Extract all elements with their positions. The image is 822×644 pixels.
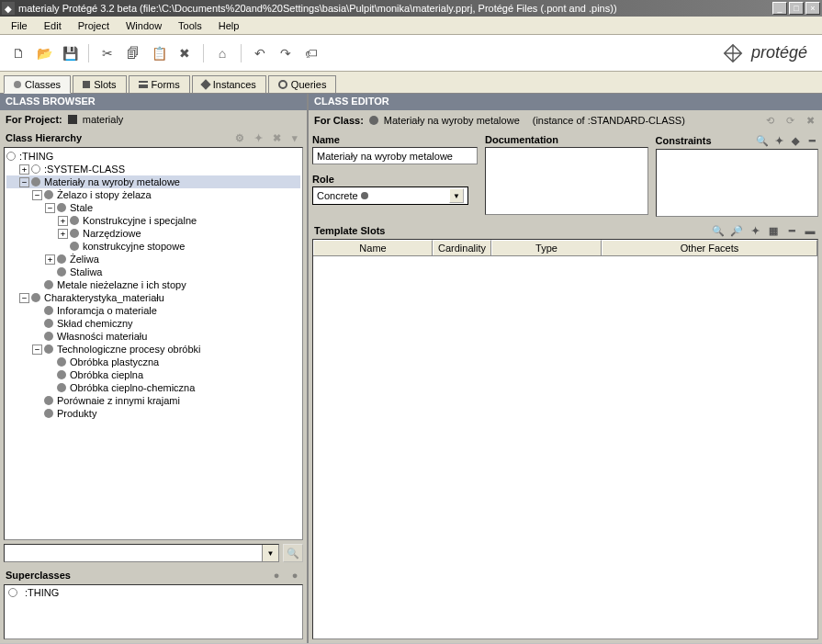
create-slot-icon[interactable]: ✦ [749, 224, 761, 237]
undo-icon[interactable]: ↶ [249, 42, 271, 64]
tree-node[interactable]: Skład chemiczny [6, 317, 300, 330]
delete-class-icon[interactable]: ✖ [270, 131, 283, 144]
tree-node[interactable]: Inforamcja o materiale [6, 304, 300, 317]
tree-node-thing[interactable]: :THING [6, 150, 300, 163]
paste-icon[interactable]: 📋 [148, 42, 170, 64]
menu-help[interactable]: Help [211, 18, 247, 33]
menu-tools[interactable]: Tools [171, 18, 209, 33]
col-cardinality[interactable]: Cardinality [433, 240, 491, 255]
menu-file[interactable]: File [4, 18, 35, 33]
view-icon[interactable]: ⚙ [233, 131, 246, 144]
tab-queries[interactable]: Queries [268, 75, 337, 93]
close-button[interactable]: × [805, 2, 820, 15]
instance-icon [200, 79, 210, 89]
tree-node[interactable]: Produkty [6, 407, 300, 420]
search-combo[interactable]: ▼ [4, 544, 279, 562]
tree-node[interactable]: Obróbka plastyczna [6, 356, 300, 368]
collapse-icon[interactable]: − [45, 203, 55, 213]
class-tree[interactable]: :THING +:SYSTEM-CLASS −Materiały na wyro… [4, 147, 303, 540]
tree-label: Konstrukcyjne i specjalne [83, 215, 197, 226]
open-icon[interactable]: 📂 [33, 42, 55, 64]
remove-slot-icon[interactable]: ━ [785, 224, 798, 237]
tree-node[interactable]: −Technologiczne procesy obróbki [6, 343, 300, 356]
dropdown-icon[interactable]: ▼ [262, 545, 278, 561]
dropdown-icon[interactable]: ▾ [288, 131, 301, 144]
tab-classes[interactable]: Classes [4, 75, 71, 94]
copy-icon[interactable]: 🗐 [122, 42, 144, 64]
collapse-icon[interactable]: − [19, 177, 29, 187]
superclass-item[interactable]: :THING [8, 587, 298, 598]
tree-node[interactable]: Obróbka cieplna [6, 368, 300, 381]
create-constraint-icon[interactable]: ✦ [772, 134, 785, 147]
menu-window[interactable]: Window [118, 18, 169, 33]
col-name[interactable]: Name [313, 240, 433, 255]
view-constraint-icon[interactable]: 🔍 [756, 134, 769, 147]
tab-instances[interactable]: Instances [192, 75, 266, 93]
tree-node[interactable]: konstrukcyjne stopowe [6, 240, 300, 253]
tree-node[interactable]: Staliwa [6, 266, 300, 278]
minimize-button[interactable]: _ [772, 2, 787, 15]
tree-label: konstrukcyjne stopowe [83, 241, 185, 252]
add-slot-icon[interactable]: ▦ [767, 224, 780, 237]
tree-node-system-class[interactable]: +:SYSTEM-CLASS [6, 163, 300, 175]
expand-icon[interactable]: + [58, 216, 68, 226]
collapse-icon[interactable]: − [19, 293, 29, 303]
search-input[interactable] [5, 545, 262, 561]
menu-edit[interactable]: Edit [37, 18, 69, 33]
maximize-button[interactable]: □ [789, 2, 804, 15]
tree-node[interactable]: Porównaie z innymi krajami [6, 394, 300, 407]
tree-node-materialy[interactable]: −Materiały na wyroby metalowe [6, 175, 300, 188]
class-icon [6, 152, 16, 161]
remove-super-icon[interactable]: ● [288, 569, 301, 582]
concrete-icon [361, 192, 368, 199]
expand-icon[interactable]: + [45, 254, 55, 265]
superclasses-list[interactable]: :THING [4, 584, 303, 639]
tree-node[interactable]: Metale nieżelazne i ich stopy [6, 278, 300, 291]
col-type[interactable]: Type [491, 240, 602, 255]
delete-slot-icon[interactable]: ▬ [804, 224, 816, 237]
cut-icon[interactable]: ✂ [96, 42, 118, 64]
tag-icon[interactable]: 🏷 [300, 42, 322, 64]
add-super-icon[interactable]: ● [270, 569, 283, 582]
class-icon [44, 319, 53, 328]
dropdown-icon[interactable]: ▼ [449, 188, 464, 203]
delete-icon[interactable]: ✖ [174, 42, 196, 64]
forward-icon[interactable]: ⟳ [783, 114, 796, 127]
save-icon[interactable]: 💾 [59, 42, 81, 64]
documentation-input[interactable] [485, 147, 648, 215]
tree-node[interactable]: +Narzędziowe [6, 227, 300, 240]
back-icon[interactable]: ⟲ [763, 114, 776, 127]
class-icon [57, 383, 66, 392]
tree-node[interactable]: +Żeliwa [6, 253, 300, 266]
tree-node[interactable]: +Konstrukcyjne i specjalne [6, 214, 300, 227]
tree-node[interactable]: Obróbka cieplno-chemiczna [6, 381, 300, 394]
tree-node[interactable]: −Stale [6, 201, 300, 214]
add-constraint-icon[interactable]: ◆ [789, 134, 802, 147]
name-input[interactable] [312, 147, 478, 164]
close-editor-icon[interactable]: ✖ [804, 114, 816, 127]
role-select[interactable]: Concrete ▼ [312, 186, 468, 205]
tree-node[interactable]: −Charakterystyka_materiału [6, 291, 300, 304]
remove-constraint-icon[interactable]: ━ [805, 134, 818, 147]
expand-icon[interactable]: + [19, 164, 29, 175]
collapse-icon[interactable]: − [32, 345, 42, 355]
collapse-icon[interactable]: − [32, 190, 42, 200]
expand-icon[interactable]: + [58, 229, 68, 239]
tree-node[interactable]: Własności materiału [6, 330, 300, 343]
superclasses-label: Superclasses [6, 570, 71, 581]
view-slot-icon[interactable]: 🔍 [712, 224, 725, 237]
tab-slots[interactable]: Slots [73, 75, 126, 93]
tab-forms[interactable]: Forms [129, 75, 190, 93]
constraints-input[interactable] [656, 149, 819, 217]
archive-icon[interactable]: ⌂ [211, 42, 233, 64]
search-button[interactable]: 🔍 [283, 544, 303, 562]
template-slots-table[interactable]: Name Cardinality Type Other Facets [312, 239, 818, 639]
menu-project[interactable]: Project [71, 18, 117, 33]
create-icon[interactable]: ✦ [252, 131, 265, 144]
col-other-facets[interactable]: Other Facets [602, 240, 817, 255]
override-slot-icon[interactable]: 🔎 [730, 224, 743, 237]
tree-node[interactable]: −Żelazo i stopy żelaza [6, 188, 300, 201]
redo-icon[interactable]: ↷ [275, 42, 297, 64]
tree-label: Charakterystyka_materiału [44, 292, 164, 303]
new-icon[interactable]: 🗋 [7, 42, 29, 64]
